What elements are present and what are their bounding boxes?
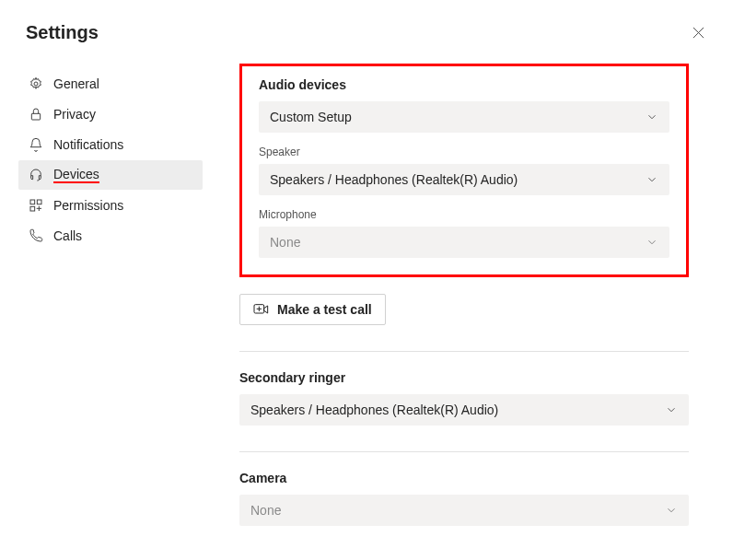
dropdown-value: Speakers / Headphones (Realtek(R) Audio) [250,402,498,417]
sidebar-item-label: Devices [53,167,99,183]
gear-icon [28,76,44,92]
sidebar-item-label: Privacy [53,107,96,122]
sidebar-item-label: Notifications [53,137,123,152]
sidebar: General Privacy Notifications Devices Pe [18,54,203,526]
section-title-camera: Camera [239,471,689,485]
svg-rect-4 [30,206,35,211]
audio-device-dropdown[interactable]: Custom Setup [259,101,669,133]
speaker-label: Speaker [259,146,669,158]
sidebar-item-devices[interactable]: Devices [18,160,203,190]
svg-rect-1 [31,113,40,120]
lock-icon [28,106,44,122]
dropdown-value: None [250,503,281,518]
chevron-down-icon [646,236,658,249]
body: General Privacy Notifications Devices Pe [0,54,733,526]
chevron-down-icon [646,173,658,186]
chevron-down-icon [646,111,658,123]
sidebar-item-general[interactable]: General [18,69,203,99]
test-call-icon [253,302,270,317]
speaker-dropdown[interactable]: Speakers / Headphones (Realtek(R) Audio) [259,164,669,195]
page-title: Settings [26,22,99,43]
sidebar-item-label: Calls [53,228,82,243]
close-button[interactable] [689,24,707,42]
button-label: Make a test call [277,302,372,317]
close-icon [692,27,704,39]
bell-icon [28,136,44,153]
sidebar-item-permissions[interactable]: Permissions [18,191,203,220]
sidebar-item-label: Permissions [53,198,123,213]
dropdown-value: Custom Setup [270,110,352,124]
microphone-label: Microphone [259,208,669,221]
content: Audio devices Custom Setup Speaker Speak… [203,54,733,526]
camera-dropdown[interactable]: None [239,495,689,526]
section-title-secondary-ringer: Secondary ringer [239,370,689,385]
sidebar-item-privacy[interactable]: Privacy [18,99,203,129]
chevron-down-icon [665,504,678,517]
svg-rect-2 [30,200,35,204]
divider [239,351,689,352]
header: Settings [0,0,733,54]
sidebar-item-notifications[interactable]: Notifications [18,130,203,159]
headset-icon [28,167,44,183]
sidebar-item-calls[interactable]: Calls [18,221,203,251]
audio-devices-section: Audio devices Custom Setup Speaker Speak… [239,64,689,277]
microphone-dropdown[interactable]: None [259,227,669,258]
phone-icon [28,228,44,244]
dropdown-value: None [270,235,300,250]
chevron-down-icon [665,403,678,416]
svg-point-0 [34,82,38,86]
sidebar-item-label: General [53,76,99,91]
svg-rect-3 [37,200,41,204]
secondary-ringer-dropdown[interactable]: Speakers / Headphones (Realtek(R) Audio) [239,394,689,426]
dropdown-value: Speakers / Headphones (Realtek(R) Audio) [270,172,518,187]
divider [239,451,689,452]
section-title-audio: Audio devices [259,77,669,92]
app-icon [28,197,44,214]
make-test-call-button[interactable]: Make a test call [239,294,386,325]
